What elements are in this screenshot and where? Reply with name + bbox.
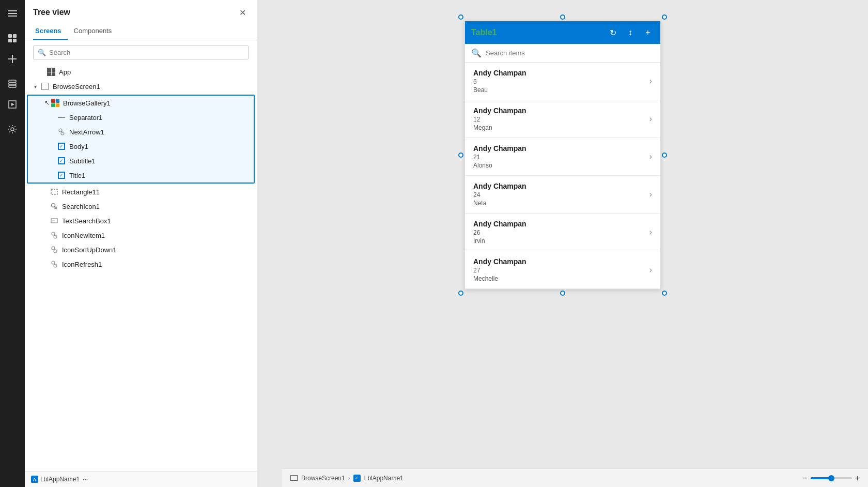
browse-screen-chevron[interactable]: ▾ xyxy=(31,82,39,90)
table-row-sub-4: Irvin xyxy=(473,237,649,245)
tree-search-container: 🔍 xyxy=(33,45,249,59)
icon-bar xyxy=(0,0,25,487)
table-search-input[interactable] xyxy=(486,49,654,57)
svg-rect-10 xyxy=(9,83,16,85)
handle-middle-right[interactable] xyxy=(662,153,667,158)
table-row-2[interactable]: Andy Champan 21 Alonso › xyxy=(465,138,660,176)
tree-item-app[interactable]: ▾ App xyxy=(25,65,257,79)
tree-item-next-arrow[interactable]: NextArrow1 xyxy=(28,125,254,139)
table-row-chevron-3: › xyxy=(649,190,652,199)
zoom-plus-button[interactable]: + xyxy=(855,474,860,483)
text-search-box1-icon xyxy=(50,216,59,225)
tree-item-rectangle11[interactable]: Rectangle11 xyxy=(25,185,257,199)
icon-new-item1-label: IconNewItem1 xyxy=(62,232,253,239)
next-arrow-icon xyxy=(57,127,66,136)
canvas-area: Table1 ↻ ↕ + 🔍 Andy Champan 5 Beau › xyxy=(257,0,868,487)
tree-item-subtitle1[interactable]: Subtitle1 xyxy=(28,154,254,168)
table-row-3[interactable]: Andy Champan 24 Neta › xyxy=(465,176,660,214)
table-search-icon: 🔍 xyxy=(471,48,482,58)
settings-icon[interactable] xyxy=(3,120,22,139)
separator1-label: Separator1 xyxy=(69,114,250,121)
handle-top-middle[interactable] xyxy=(560,14,565,20)
zoom-slider[interactable] xyxy=(811,477,852,479)
tree-item-browse-gallery[interactable]: ↖ BrowseGallery1 ··· xyxy=(28,96,254,110)
tree-search-input[interactable] xyxy=(49,49,244,56)
handle-middle-left[interactable] xyxy=(458,153,463,158)
handle-top-left[interactable] xyxy=(458,14,463,20)
table-row-5[interactable]: Andy Champan 27 Mechelle › xyxy=(465,251,660,289)
table-row-1[interactable]: Andy Champan 12 Megan › xyxy=(465,100,660,138)
table-row-sub-3: Neta xyxy=(473,200,649,207)
svg-point-23 xyxy=(52,232,55,235)
svg-rect-5 xyxy=(8,39,12,42)
svg-rect-4 xyxy=(13,34,17,38)
cursor-icon: ↖ xyxy=(44,99,50,106)
tree-item-icon-sort-up-down1[interactable]: IconSortUpDown1 xyxy=(25,242,257,257)
tree-item-text-search-box1[interactable]: TextSearchBox1 xyxy=(25,214,257,228)
table-row-chevron-5: › xyxy=(649,265,652,275)
tree-item-icon-new-item1[interactable]: IconNewItem1 xyxy=(25,228,257,242)
separator-icon xyxy=(57,113,66,122)
zoom-slider-thumb[interactable] xyxy=(828,475,834,481)
svg-rect-3 xyxy=(8,34,12,38)
tree-item-separator1[interactable]: Separator1 xyxy=(28,110,254,125)
footer-more-icon[interactable]: ··· xyxy=(83,476,88,483)
table-row-name-3: Andy Champan xyxy=(473,182,649,190)
handle-bottom-left[interactable] xyxy=(458,291,463,296)
breadcrumb-lbl-icon: ✓ xyxy=(353,475,361,482)
hamburger-menu-icon[interactable] xyxy=(3,4,22,23)
zoom-minus-button[interactable]: − xyxy=(802,474,807,483)
table-row-4[interactable]: Andy Champan 26 Irvin › xyxy=(465,214,660,251)
tree-view-title: Tree view xyxy=(33,8,70,17)
browse-gallery-label: BrowseGallery1 xyxy=(63,99,239,107)
table-row-num-3: 24 xyxy=(473,191,649,199)
svg-rect-1 xyxy=(8,13,17,14)
tree-view-header: Tree view ✕ xyxy=(25,0,257,23)
table-refresh-button[interactable]: ↻ xyxy=(607,26,619,39)
svg-rect-0 xyxy=(8,10,17,11)
tab-components[interactable]: Components xyxy=(72,23,118,40)
tab-screens[interactable]: Screens xyxy=(33,23,68,40)
search-icon1-label: SearchIcon1 xyxy=(62,203,253,210)
table-header-actions: ↻ ↕ + xyxy=(607,26,654,39)
breadcrumb-screen-label: BrowseScreen1 xyxy=(301,475,345,482)
gallery-group: ↖ BrowseGallery1 ··· Separator1 NextA xyxy=(27,95,255,184)
breadcrumb-lbl[interactable]: ✓ LblAppName1 xyxy=(353,475,404,482)
handle-bottom-middle[interactable] xyxy=(560,291,565,296)
handle-top-right[interactable] xyxy=(662,14,667,20)
data-icon[interactable] xyxy=(3,74,22,93)
table-title: Table1 xyxy=(471,28,497,37)
media-icon[interactable] xyxy=(3,95,22,114)
icon-refresh1-icon xyxy=(50,260,59,269)
tree-item-body1[interactable]: Body1 xyxy=(28,139,254,154)
tree-item-title1[interactable]: Title1 xyxy=(28,168,254,182)
breadcrumb-screen[interactable]: BrowseScreen1 xyxy=(290,475,345,482)
browse-screen-label: BrowseScreen1 xyxy=(53,83,253,90)
tree-item-browse-screen[interactable]: ▾ BrowseScreen1 xyxy=(25,79,257,94)
footer-lbl-icon: A xyxy=(31,476,38,483)
table-row-0[interactable]: Andy Champan 5 Beau › xyxy=(465,63,660,100)
tree-view-close-button[interactable]: ✕ xyxy=(236,6,249,19)
table-row-num-4: 26 xyxy=(473,229,649,236)
table-add-button[interactable]: + xyxy=(642,26,654,39)
table-widget-wrapper: Table1 ↻ ↕ + 🔍 Andy Champan 5 Beau › xyxy=(464,21,661,290)
next-arrow-label: NextArrow1 xyxy=(69,128,250,136)
svg-point-24 xyxy=(54,235,57,238)
table-row-content-4: Andy Champan 26 Irvin xyxy=(473,220,649,245)
handle-bottom-right[interactable] xyxy=(662,291,667,296)
insert-icon[interactable] xyxy=(3,50,22,68)
tree-footer: A LblAppName1 ··· xyxy=(25,471,257,487)
svg-rect-17 xyxy=(51,189,57,194)
tree-item-icon-refresh1[interactable]: IconRefresh1 xyxy=(25,257,257,271)
table-row-content-3: Andy Champan 24 Neta xyxy=(473,182,649,207)
app-label: App xyxy=(59,68,253,76)
footer-lbl-app-name[interactable]: A LblAppName1 xyxy=(31,476,80,483)
gallery-icon xyxy=(51,98,60,108)
table-sort-button[interactable]: ↕ xyxy=(624,26,637,39)
icon-sort-up-down1-label: IconSortUpDown1 xyxy=(62,246,253,254)
screen-icon xyxy=(40,82,50,91)
tree-view-panel: Tree view ✕ Screens Components 🔍 ▾ App ▾… xyxy=(25,0,257,487)
tree-item-search-icon1[interactable]: SearchIcon1 xyxy=(25,199,257,214)
table-row-name-4: Andy Champan xyxy=(473,220,649,228)
layers-icon[interactable] xyxy=(3,29,22,48)
